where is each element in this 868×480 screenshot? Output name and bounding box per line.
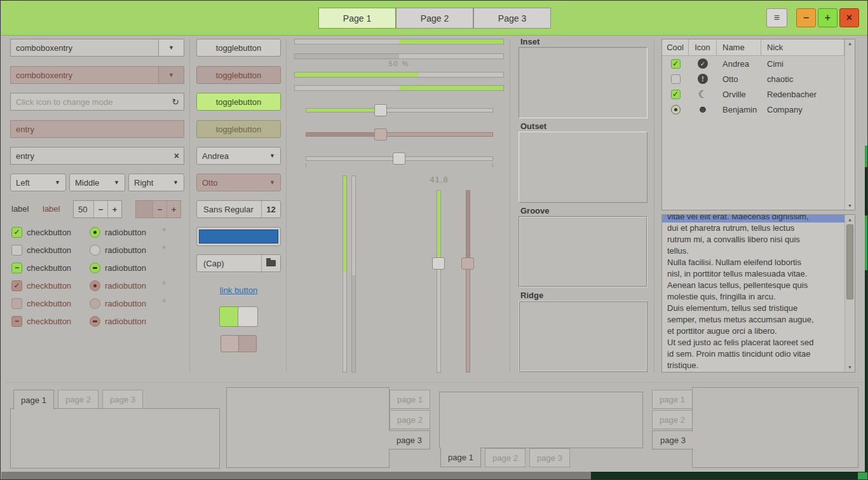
progressbar-with-text xyxy=(294,53,504,59)
togglebutton-active[interactable]: togglebutton xyxy=(196,93,281,111)
name-combobox[interactable]: Andrea ▼ xyxy=(196,147,281,165)
notebook4-tab-page1[interactable]: page 1 xyxy=(652,390,693,409)
close-button[interactable]: × xyxy=(839,8,859,27)
checkbox-unchecked-icon xyxy=(11,298,22,309)
table-row[interactable]: ✓ ✓ Andrea Cimi xyxy=(662,56,844,71)
comboboxentry[interactable]: comboboxentry ▼ xyxy=(10,39,184,57)
column-header-cool[interactable]: Cool xyxy=(662,39,689,56)
desktop-corner xyxy=(858,472,868,480)
table-row[interactable]: ! Otto chaotic xyxy=(662,71,844,86)
checkbutton-checked[interactable]: ✓ checkbutton xyxy=(11,224,71,240)
combobox-value: Otto xyxy=(202,178,218,188)
radio-checked-icon[interactable] xyxy=(671,105,681,114)
notebook1-tab-page1[interactable]: page 1 xyxy=(13,390,54,409)
column-header-name[interactable]: Name xyxy=(717,39,761,56)
column-header-nick[interactable]: Nick xyxy=(761,39,844,56)
scroll-down-icon[interactable]: ▼ xyxy=(845,365,855,369)
notebook4-tab-page3[interactable]: page 3 xyxy=(652,430,693,449)
tab-page-2[interactable]: Page 2 xyxy=(396,8,473,29)
checkbox-unchecked-icon[interactable] xyxy=(671,74,681,84)
spinner-icon: * xyxy=(162,243,166,256)
checkbox-unchecked-icon[interactable] xyxy=(11,245,22,256)
notebook4-tab-page2[interactable]: page 2 xyxy=(652,410,693,429)
notebook2-tab-page1[interactable]: page 1 xyxy=(390,390,430,409)
scroll-up-icon[interactable]: ▲ xyxy=(845,217,855,222)
radio-mixed-icon[interactable] xyxy=(90,263,100,273)
outset-frame xyxy=(519,132,648,203)
spin-plus-button[interactable]: + xyxy=(107,201,121,217)
checkbutton-unchecked[interactable]: checkbutton xyxy=(11,242,71,257)
dropdown-button: ▼ xyxy=(158,67,184,83)
textview[interactable]: vitae vel elit erat. Maecenas dignissim,… xyxy=(661,214,855,373)
scale-horizontal[interactable] xyxy=(306,108,493,113)
separator xyxy=(654,39,654,373)
refresh-icon[interactable]: ↻ xyxy=(172,97,179,107)
combobox-middle[interactable]: Middle ▼ xyxy=(69,174,125,191)
radio-unchecked-icon[interactable] xyxy=(90,245,100,256)
switch-on[interactable] xyxy=(219,306,258,327)
switch-handle[interactable] xyxy=(238,306,258,327)
notebook1-tab-page3[interactable]: page 3 xyxy=(102,390,143,409)
notebook3-tab-page1[interactable]: page 1 xyxy=(440,448,481,467)
notebook1-tab-page2[interactable]: page 2 xyxy=(58,390,98,409)
table-row[interactable]: ✓ ☾ Orville Redenbacher xyxy=(662,86,844,102)
switch-off-disabled xyxy=(220,335,257,352)
scale-handle[interactable] xyxy=(393,153,405,165)
tab-page-3[interactable]: Page 3 xyxy=(473,8,551,29)
menu-button[interactable]: ≡ xyxy=(766,8,787,27)
maximize-button[interactable]: + xyxy=(818,8,837,27)
vertical-scale-handle[interactable] xyxy=(432,257,445,270)
treeview[interactable]: Cool Icon Name Nick ✓ ✓ Andrea Cimi ! Ot… xyxy=(661,39,855,210)
dropdown-button[interactable]: ▼ xyxy=(158,39,184,56)
minus-icon: − xyxy=(158,205,163,214)
checkmark-circle-icon: ✓ xyxy=(698,58,708,69)
separator xyxy=(286,39,287,373)
togglebutton[interactable]: togglebutton xyxy=(196,39,281,57)
checkbox-checked-icon[interactable]: ✓ xyxy=(671,90,681,99)
checkbox-checked-icon[interactable]: ✓ xyxy=(671,59,681,69)
column-header-icon[interactable]: Icon xyxy=(689,39,717,56)
textview-content[interactable]: vitae vel elit erat. Maecenas dignissim,… xyxy=(662,215,844,372)
notebook3-tab-page3[interactable]: page 3 xyxy=(529,448,570,467)
tree-scrollbar[interactable]: ▲ ▼ xyxy=(844,39,855,210)
scrollbar-thumb[interactable] xyxy=(846,224,853,299)
label: label xyxy=(11,204,29,214)
checkbutton-mixed[interactable]: − checkbutton xyxy=(11,260,71,275)
label-disabled: label xyxy=(43,204,60,214)
spinbutton[interactable]: 50 − + xyxy=(73,200,122,218)
table-row[interactable]: ☻ Benjamin Company xyxy=(662,102,844,117)
combobox-right[interactable]: Right ▼ xyxy=(128,174,184,191)
link-button[interactable]: link button xyxy=(220,285,257,295)
vertical-scale[interactable] xyxy=(437,190,441,373)
scroll-up-icon[interactable]: ▲ xyxy=(848,41,852,46)
minimize-button[interactable]: − xyxy=(796,8,816,27)
mode-entry[interactable]: Click icon to change mode ↻ xyxy=(10,93,184,111)
notebook3-tab-page2[interactable]: page 2 xyxy=(485,448,526,467)
font-button[interactable]: Sans Regular 12 xyxy=(196,200,281,218)
plus-icon: + xyxy=(172,205,177,214)
scroll-down-icon[interactable]: ▼ xyxy=(848,203,852,208)
radiobutton-unchecked[interactable]: radiobutton xyxy=(90,242,146,257)
spin-minus-button[interactable]: − xyxy=(93,201,107,217)
tab-page-1[interactable]: Page 1 xyxy=(318,8,396,29)
notebook2-tab-page3[interactable]: page 3 xyxy=(389,430,430,449)
clear-icon[interactable]: × xyxy=(174,151,179,161)
checkbox-checked-icon[interactable]: ✓ xyxy=(11,227,22,238)
entry-clearable[interactable]: entry × xyxy=(10,147,184,165)
file-chooser-button[interactable]: (Cap) xyxy=(196,254,281,272)
spinbutton-disabled: − + xyxy=(135,200,181,218)
checkbox-mixed-icon[interactable]: − xyxy=(11,263,22,273)
link-button-area: link button xyxy=(196,285,281,295)
notebook2-tab-page2[interactable]: page 2 xyxy=(390,410,430,429)
separator xyxy=(6,382,864,383)
radiobutton-mixed[interactable]: radiobutton xyxy=(90,260,146,275)
color-button[interactable] xyxy=(196,227,281,246)
scale-handle[interactable] xyxy=(374,104,387,116)
cell-name: Benjamin xyxy=(722,105,757,114)
radiobutton-checked[interactable]: radiobutton xyxy=(90,224,146,240)
name-combobox-disabled: Otto ▼ xyxy=(196,174,281,191)
textview-scrollbar[interactable]: ▲ ▼ xyxy=(844,215,855,372)
combobox-left[interactable]: Left ▼ xyxy=(10,174,66,191)
combobox-value: Middle xyxy=(75,178,99,188)
radio-checked-icon[interactable] xyxy=(90,227,100,238)
